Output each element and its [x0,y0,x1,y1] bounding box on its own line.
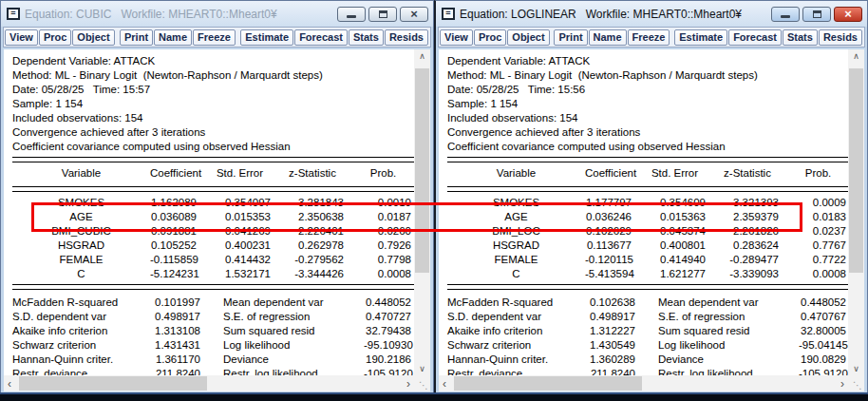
minimize-icon [781,15,790,18]
coef-value: 0.283624 [716,239,790,253]
rule-divider [12,284,414,290]
window-title: Equation: LOGLINEAR Workfile: MHEART0::M… [460,8,766,21]
toolbar-button-freeze[interactable]: Freeze [193,29,236,46]
scroll-left-icon[interactable]: ‹ [8,375,11,391]
horizontal-scroll-thumb[interactable] [19,376,207,391]
stat-value: 1.360289 [590,353,643,367]
stat-value: 0.102638 [590,296,643,310]
stats-row: McFadden R-squared0.101997Mean dependent… [12,296,414,310]
toolbar-button-view[interactable]: View [5,29,38,46]
scroll-down-icon[interactable]: ∨ [419,362,425,375]
coef-value: 0.015353 [209,210,281,224]
stat-value: -95.04145 [799,338,848,353]
coef-value: -5.124231 [150,267,209,281]
stats-gap [643,338,658,353]
coef-table-header: VariableCoefficientStd. Errorz-Statistic… [447,162,848,184]
coef-value: 1.162089 [150,196,209,210]
summary-line: Dependent Variable: ATTACK [447,54,848,68]
title-bar[interactable]: = Equation: LOGLINEAR Workfile: MHEART0:… [436,1,867,27]
stat-label: Hannan-Quinn criter. [447,353,590,367]
scroll-down-icon[interactable]: ∨ [853,362,859,375]
toolbar-button-name[interactable]: Name [154,29,192,46]
coef-value: 2.359379 [716,210,790,224]
minimize-button[interactable] [771,7,800,22]
table-row: SMOKES1.1777970.3546093.3213930.0009 [447,196,848,210]
coef-value: 0.015363 [644,210,716,224]
coef-value: 0.7767 [790,239,848,253]
variable-name: BMI_CUBIC [12,224,150,239]
toolbar-button-resids[interactable]: Resids [819,29,862,46]
resize-grip[interactable]: ⋱ [414,375,430,391]
toolbar-button-estimate[interactable]: Estimate [240,29,293,46]
close-button[interactable]: × [834,7,862,22]
coef-value: 3.321393 [716,196,790,210]
stats-row: McFadden R-squared0.102638Mean dependent… [447,296,848,310]
toolbar-button-resids[interactable]: Resids [385,29,428,46]
vertical-scrollbar[interactable]: ∧ ∨ [414,49,430,375]
scroll-right-icon[interactable]: › [840,375,844,391]
vertical-scrollbar[interactable]: ∧ ∨ [848,49,864,375]
toolbar-button-object[interactable]: Object [507,29,549,46]
column-header: z-Statistic [281,166,355,181]
coef-value: 2.261826 [716,224,790,239]
stats-gap [643,367,658,375]
table-row: FEMALE-0.1201150.414940-0.2894770.7722 [447,253,848,267]
toolbar-button-stats[interactable]: Stats [783,29,818,46]
stat-value: 1.431431 [155,338,208,353]
coef-value: 0.262978 [281,239,355,253]
stats-gap [208,338,223,353]
toolbar-button-print[interactable]: Print [120,29,153,46]
stat-label: Log likelihood [223,338,364,353]
toolbar-button-name[interactable]: Name [589,29,627,46]
stat-label: Schwarz criterion [447,338,590,353]
resize-grip[interactable]: ⋱ [848,375,864,391]
vertical-scroll-thumb[interactable] [415,68,429,273]
toolbar-button-view[interactable]: View [440,29,473,46]
stats-row: S.D. dependent var0.498917S.E. of regres… [12,310,414,324]
toolbar: ViewProcObjectPrintNameFreezeEstimateFor… [438,27,865,48]
vertical-scroll-thumb[interactable] [849,68,863,273]
summary-lines: Dependent Variable: ATTACKMethod: ML - B… [447,54,848,154]
stat-value: 1.361170 [155,353,208,367]
toolbar-button-proc[interactable]: Proc [474,29,506,46]
minimize-button[interactable] [337,7,366,22]
variable-name: FEMALE [447,253,585,267]
regression-output: Dependent Variable: ATTACKMethod: ML - B… [4,49,414,375]
column-header: Coefficient [585,166,644,181]
equation-object-icon[interactable]: = [7,8,20,20]
scroll-left-icon[interactable]: ‹ [443,375,446,391]
scroll-up-icon[interactable]: ∧ [853,49,859,63]
rule-divider [447,284,848,290]
stat-value: -105.9120 [799,367,848,375]
stats-row: Akaike info criterion1.312227Sum squared… [447,324,848,338]
toolbar: ViewProcObjectPrintNameFreezeEstimateFor… [3,27,431,48]
toolbar-button-forecast[interactable]: Forecast [728,29,782,46]
scroll-up-icon[interactable]: ∧ [419,49,425,63]
horizontal-scrollbar[interactable]: ‹ › [4,375,414,391]
restore-button[interactable] [802,7,831,22]
toolbar-button-proc[interactable]: Proc [39,29,71,46]
toolbar-button-print[interactable]: Print [554,29,587,46]
equation-object-icon[interactable]: = [442,8,455,20]
toolbar-button-freeze[interactable]: Freeze [628,29,670,46]
column-header: z-Statistic [716,166,790,181]
toolbar-button-forecast[interactable]: Forecast [294,29,348,46]
stat-label: Log likelihood [658,338,799,353]
coef-value: 0.0008 [355,267,414,281]
scroll-right-icon[interactable]: › [406,375,410,391]
coef-value: -0.120115 [585,253,644,267]
close-button[interactable]: × [400,7,428,22]
stats-row: Restr. deviance211.8240Restr. log likeli… [12,367,414,375]
toolbar-button-object[interactable]: Object [72,29,114,46]
close-icon: × [410,8,418,20]
horizontal-scroll-thumb[interactable] [454,376,642,391]
stats-row: Schwarz criterion1.431431Log likelihood-… [12,338,414,353]
rule-divider [12,186,414,192]
restore-button[interactable] [368,7,397,22]
toolbar-button-stats[interactable]: Stats [349,29,384,46]
horizontal-scrollbar[interactable]: ‹ › [439,375,848,391]
stat-value: 1.313108 [155,324,208,338]
title-bar[interactable]: = Equation: CUBIC Workfile: MHEART0::Mhe… [1,1,433,27]
stat-label: Restr. log likelihood [658,367,799,375]
toolbar-button-estimate[interactable]: Estimate [674,29,727,46]
